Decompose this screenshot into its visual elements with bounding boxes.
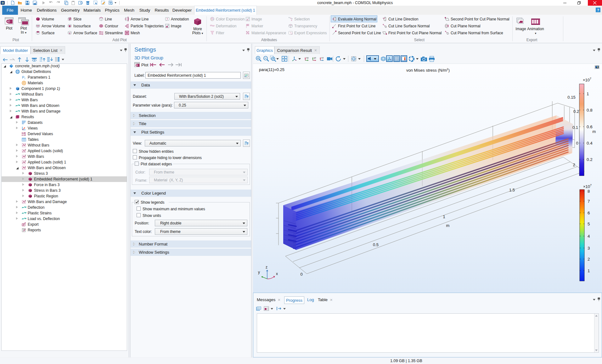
svg-text:m: m [593, 129, 596, 134]
svg-text:1: 1 [588, 268, 590, 273]
svg-text:0.2: 0.2 [573, 109, 579, 114]
svg-text:2: 2 [573, 163, 575, 167]
svg-text:0: 0 [300, 272, 302, 277]
svg-text:i: i [25, 77, 25, 80]
svg-text:7: 7 [590, 184, 592, 187]
svg-text:x: x [276, 272, 278, 276]
svg-text:0.8: 0.8 [587, 108, 593, 113]
svg-text:1: 1 [443, 214, 445, 219]
svg-text:0.15: 0.15 [567, 95, 575, 100]
svg-text:×10: ×10 [583, 78, 590, 82]
svg-text:1.5: 1.5 [509, 188, 515, 192]
svg-text:7: 7 [588, 199, 590, 204]
svg-text:0: 0 [576, 141, 578, 146]
svg-text:0.6: 0.6 [587, 124, 593, 129]
svg-text:8: 8 [588, 189, 590, 194]
svg-text:xy: xy [306, 56, 309, 59]
svg-text:T: T [166, 18, 168, 20]
svg-text:z: z [266, 265, 267, 269]
svg-text:y: y [258, 270, 260, 274]
svg-text:*: * [25, 160, 26, 162]
svg-text:*: * [25, 200, 26, 202]
svg-text:0.4: 0.4 [587, 141, 593, 146]
svg-text:P: P [22, 75, 24, 79]
svg-text:7: 7 [590, 77, 591, 80]
svg-text:0.2: 0.2 [587, 157, 593, 162]
svg-text:4: 4 [588, 234, 590, 239]
svg-text:xz: xz [321, 56, 324, 59]
svg-text:e-12: e-12 [22, 134, 26, 136]
svg-text:6: 6 [588, 211, 590, 215]
svg-text:5: 5 [588, 222, 590, 226]
svg-text:1: 1 [587, 91, 589, 96]
svg-text:*: * [25, 149, 26, 151]
svg-text:0.1: 0.1 [572, 125, 578, 130]
svg-text:*: * [25, 154, 26, 157]
svg-text:3: 3 [588, 246, 590, 251]
svg-text:2: 2 [588, 257, 590, 262]
svg-text:0.5: 0.5 [373, 242, 379, 247]
svg-text:×10: ×10 [583, 184, 590, 189]
svg-text:a=: a= [290, 31, 292, 34]
svg-text:m: m [446, 223, 450, 228]
svg-text:yz: yz [314, 56, 316, 59]
